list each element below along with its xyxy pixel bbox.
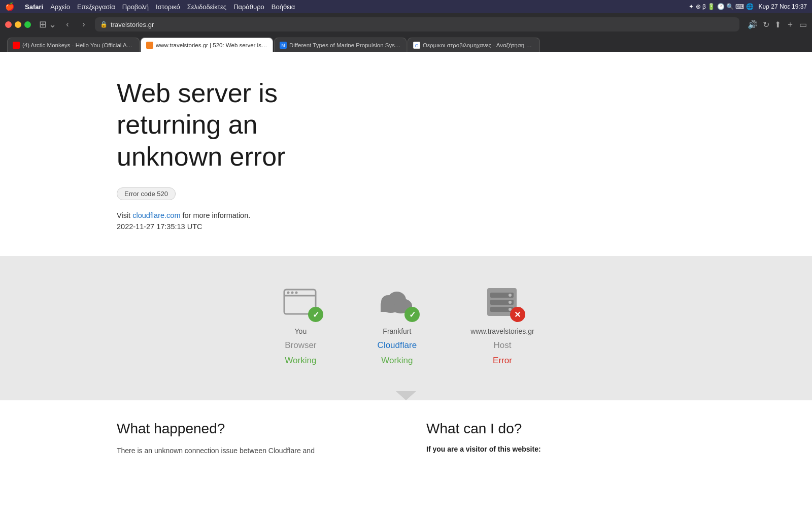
menu-view[interactable]: Προβολή: [122, 3, 149, 11]
visit-prefix: Visit: [117, 211, 132, 219]
diag-label-browser: Browser: [285, 340, 316, 351]
tab-favicon-2: M: [280, 42, 287, 49]
volume-icon[interactable]: 🔊: [748, 20, 758, 29]
menu-bookmarks[interactable]: Σελιδοδείκτες: [187, 3, 226, 11]
diag-arrow: [0, 386, 812, 400]
tab-favicon-0: [13, 42, 20, 49]
bottom-col-right: What can I do? If you are a visitor of t…: [426, 421, 695, 456]
menu-time: Κυρ 27 Νοε 19:37: [759, 3, 807, 10]
error-section: Web server is returning an unknown error…: [0, 52, 457, 256]
traffic-lights[interactable]: [5, 21, 31, 28]
what-happened-heading: What happened?: [117, 421, 386, 437]
tab-0[interactable]: (4) Arctic Monkeys - Hello You (Official…: [7, 38, 140, 52]
diag-label-host: Host: [494, 340, 512, 351]
diag-icon-browser: ✓: [278, 281, 323, 322]
diag-label-cloudflare: Cloudflare: [378, 340, 417, 351]
back-button[interactable]: ‹: [60, 18, 75, 31]
toolbar-icons[interactable]: 🔊 ↻ ⬆ ＋ ▭: [748, 19, 807, 30]
tab-favicon-3: G: [413, 42, 420, 49]
diag-status-browser: Working: [285, 356, 316, 366]
diag-item-host: ✕ www.travelstories.gr Host Error: [470, 281, 534, 366]
svg-point-14: [509, 294, 512, 297]
tab-overview-button[interactable]: ⊞: [39, 19, 47, 30]
menu-file[interactable]: Αρχείο: [50, 3, 70, 11]
newtab-icon[interactable]: ＋: [786, 19, 794, 30]
bottom-section: What happened? There is an unknown conne…: [0, 400, 812, 477]
address-bar[interactable]: 🔒 travelstories.gr: [95, 17, 739, 31]
menu-help[interactable]: Βοήθεια: [272, 3, 295, 11]
host-status-badge: ✕: [510, 307, 525, 322]
diag-item-browser: ✓ You Browser Working: [278, 281, 323, 366]
nav-buttons[interactable]: ‹ ›: [60, 18, 91, 31]
menu-edit[interactable]: Επεξεργασία: [77, 3, 115, 11]
tab-label-1: www.travelstories.gr | 520: Web server i…: [156, 42, 267, 48]
error-visit-line: Visit cloudflare.com for more informatio…: [117, 211, 365, 219]
what-can-i-do-heading: What can I do?: [426, 421, 695, 437]
svg-point-3: [291, 291, 293, 294]
sidebar-icon[interactable]: ▭: [799, 20, 807, 29]
cloudflare-status-badge: ✓: [404, 307, 420, 322]
forward-button[interactable]: ›: [77, 18, 91, 31]
tab-switcher[interactable]: ⊞ ⌄: [39, 19, 56, 30]
diag-name-cloudflare: Frankfurt: [383, 327, 411, 335]
apple-icon[interactable]: 🍎: [5, 2, 15, 11]
diag-status-cloudflare: Working: [381, 356, 413, 366]
diag-item-cloudflare: ✓ Frankfurt Cloudflare Working: [374, 281, 420, 366]
minimize-button[interactable]: [15, 21, 21, 28]
diag-icon-cloudflare: ✓: [374, 281, 420, 322]
error-title: Web server is returning an unknown error: [117, 77, 365, 172]
tab-favicon-1: [146, 42, 153, 49]
lock-icon: 🔒: [100, 21, 108, 28]
what-happened-text: There is an unknown connection issue bet…: [117, 445, 386, 456]
tab-label-3: Θερμικοι στροβιλομηχανες - Αναζήτηση Goo…: [423, 42, 534, 48]
error-code-badge: Error code 520: [117, 187, 176, 200]
diag-status-host: Error: [493, 356, 512, 366]
browser-toolbar: ⊞ ⌄ ‹ › 🔒 travelstories.gr 🔊 ↻ ⬆ ＋ ▭: [5, 17, 807, 31]
browser-status-badge: ✓: [308, 307, 323, 322]
bottom-col-left: What happened? There is an unknown conne…: [117, 421, 386, 456]
tab-label-0: (4) Arctic Monkeys - Hello You (Official…: [22, 42, 134, 49]
menubar: 🍎 Safari Αρχείο Επεξεργασία Προβολή Ιστο…: [0, 0, 812, 13]
menu-icons: ✦ ⊛ β 🔋 🕐 🔍 ⌨ 🌐: [689, 3, 753, 10]
tab-3[interactable]: G Θερμικοι στροβιλομηχανες - Αναζήτηση G…: [408, 38, 540, 52]
app-name[interactable]: Safari: [25, 3, 43, 11]
tab-1[interactable]: www.travelstories.gr | 520: Web server i…: [141, 38, 273, 52]
diag-name-browser: You: [295, 327, 307, 335]
diag-icon-host: ✕: [480, 281, 525, 322]
error-timestamp: 2022-11-27 17:35:13 UTC: [117, 223, 365, 231]
tabs-bar: (4) Arctic Monkeys - Hello You (Official…: [5, 35, 807, 52]
tab-label-2: Different Types of Marine Propulsion Sys…: [289, 42, 401, 48]
tab-chevron-button[interactable]: ⌄: [49, 19, 56, 30]
address-text[interactable]: travelstories.gr: [111, 21, 154, 28]
share-icon[interactable]: ⬆: [774, 20, 781, 29]
svg-point-2: [287, 291, 289, 294]
diag-name-host: www.travelstories.gr: [470, 327, 534, 335]
cloudflare-link[interactable]: cloudflare.com: [132, 211, 180, 219]
tab-2[interactable]: M Different Types of Marine Propulsion S…: [274, 38, 407, 52]
svg-point-4: [295, 291, 297, 294]
visit-suffix: for more information.: [180, 211, 250, 219]
reload-icon[interactable]: ↻: [763, 20, 769, 29]
fullscreen-button[interactable]: [24, 21, 31, 28]
svg-point-15: [509, 301, 512, 304]
browser-chrome: ⊞ ⌄ ‹ › 🔒 travelstories.gr 🔊 ↻ ⬆ ＋ ▭ (4)…: [0, 13, 812, 52]
close-button[interactable]: [5, 21, 12, 28]
page-content: Web server is returning an unknown error…: [0, 52, 812, 508]
visitor-subheading: If you are a visitor of this website:: [426, 445, 695, 453]
menu-window[interactable]: Παράθυρο: [233, 3, 264, 11]
menu-history[interactable]: Ιστορικό: [156, 3, 180, 11]
diagnostic-section: ✓ You Browser Working ✓ Frankfurt Cloudf…: [0, 256, 812, 386]
